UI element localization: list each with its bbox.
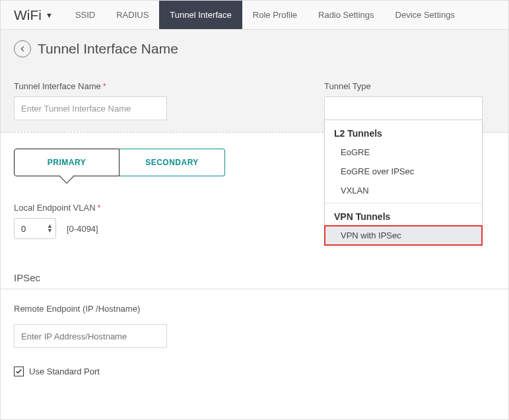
chevron-down-icon[interactable]: ▼: [47, 228, 53, 233]
tunnel-type-label: Tunnel Type: [324, 81, 495, 91]
use-standard-port-checkbox[interactable]: [14, 367, 24, 376]
nav-tab-label: Role Profile: [253, 10, 297, 20]
vlan-value: 0: [21, 224, 47, 234]
tunnel-name-input[interactable]: [14, 96, 167, 120]
ipsec-section-label: IPSec: [14, 272, 495, 283]
nav-tab-label: SSID: [75, 10, 95, 20]
remote-endpoint-input[interactable]: [14, 324, 167, 348]
arrow-left-icon: [18, 44, 27, 53]
nav-tab-tunnel-interface[interactable]: Tunnel Interface: [159, 1, 242, 29]
label-text: Tunnel Interface Name: [14, 81, 101, 91]
nav-tab-label: Tunnel Interface: [170, 10, 231, 20]
dropdown-group-vpn: VPN Tunnels: [325, 203, 482, 226]
dropdown-option-eogre[interactable]: EoGRE: [325, 143, 482, 162]
nav-tabs: SSID RADIUS Tunnel Interface Role Profil…: [65, 1, 465, 29]
nav-tab-label: Radio Settings: [318, 10, 374, 20]
tunnel-type-dropdown: L2 Tunnels EoGRE EoGRE over IPSec VXLAN …: [324, 120, 483, 246]
back-button[interactable]: [14, 40, 31, 57]
remote-endpoint-label: Remote Endpoint (IP /Hostname): [14, 304, 495, 314]
nav-tab-ssid[interactable]: SSID: [65, 1, 106, 29]
tunnel-type-combobox: L2 Tunnels EoGRE EoGRE over IPSec VXLAN …: [324, 96, 495, 120]
spinner-arrows[interactable]: ▲ ▼: [47, 224, 53, 233]
nav-tab-label: RADIUS: [116, 10, 149, 20]
tunnel-name-label: Tunnel Interface Name*: [14, 81, 324, 91]
tab-primary[interactable]: PRIMARY: [14, 149, 119, 176]
remote-endpoint-field: Remote Endpoint (IP /Hostname): [14, 304, 495, 348]
required-asterisk: *: [98, 203, 101, 213]
vlan-hint: [0-4094]: [67, 224, 98, 234]
nav-tab-radius[interactable]: RADIUS: [106, 1, 159, 29]
dropdown-option-vxlan[interactable]: VXLAN: [325, 181, 482, 200]
brand-menu[interactable]: WiFi ▼: [1, 7, 65, 23]
chevron-down-icon: ▼: [46, 11, 53, 19]
nav-tab-label: Device Settings: [395, 10, 455, 20]
page-header: Tunnel Interface Name Tunnel Interface N…: [1, 30, 508, 132]
section-separator: [1, 289, 508, 289]
use-standard-port-label: Use Standard Port: [29, 367, 100, 376]
dropdown-group-l2: L2 Tunnels: [325, 120, 482, 143]
dropdown-option-eogre-ipsec[interactable]: EoGRE over IPSec: [325, 162, 482, 181]
vlan-spinner[interactable]: 0 ▲ ▼: [14, 218, 56, 239]
page-title-row: Tunnel Interface Name: [14, 40, 495, 57]
use-standard-port-row: Use Standard Port: [14, 367, 495, 376]
tab-label: SECONDARY: [145, 158, 199, 167]
brand-label: WiFi: [14, 7, 42, 23]
page-title: Tunnel Interface Name: [38, 41, 178, 57]
tab-secondary[interactable]: SECONDARY: [119, 149, 225, 176]
dropdown-option-vpn-ipsec[interactable]: VPN with IPSec: [325, 226, 482, 245]
top-nav: WiFi ▼ SSID RADIUS Tunnel Interface Role…: [1, 1, 508, 30]
required-asterisk: *: [103, 81, 106, 91]
nav-tab-device-settings[interactable]: Device Settings: [385, 1, 465, 29]
label-text: Local Endpoint VLAN: [14, 203, 96, 213]
nav-tab-radio-settings[interactable]: Radio Settings: [308, 1, 385, 29]
nav-tab-role-profile[interactable]: Role Profile: [242, 1, 308, 29]
tab-label: PRIMARY: [48, 158, 86, 167]
tunnel-type-input[interactable]: [324, 96, 483, 120]
checkmark-icon: [15, 368, 22, 375]
